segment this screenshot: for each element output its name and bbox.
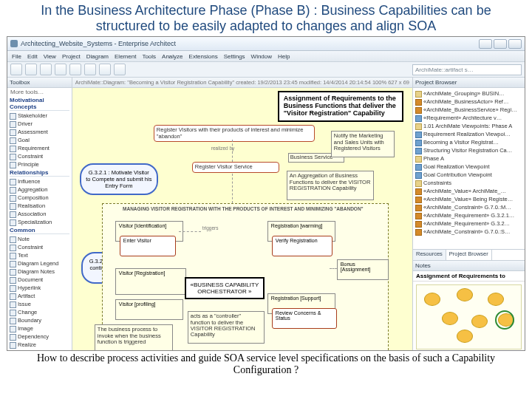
func-bonus[interactable]: Bonus [Assignment] (337, 259, 389, 280)
func-enter-visitor[interactable]: Enter Visitor (120, 236, 176, 256)
toolbox-item[interactable]: Constraint (7, 243, 72, 251)
toolbox-item[interactable]: Trace (7, 349, 72, 351)
toolbox-item[interactable]: Composition (7, 194, 72, 202)
tree-node[interactable]: «ArchiMate_Requirement» G.3.2… (413, 219, 525, 228)
register-service-box[interactable]: Register Visitor Service (192, 162, 279, 172)
toolbox-item[interactable]: Principle (7, 160, 72, 168)
tree-node[interactable]: «ArchiMate_Value» Being Registe… (413, 195, 525, 203)
tree-node[interactable]: «ArchiMate_Constraint» G.7.0.:M… (413, 203, 525, 211)
toolbox-item[interactable]: Issue (7, 300, 72, 308)
notes-pane: Assignment of Requirements to (413, 271, 525, 351)
toolbox-item[interactable]: Diagram Notes (7, 267, 72, 276)
search-input[interactable]: ArchiMate::artifact s… (412, 64, 522, 75)
toolbox-item[interactable]: Influence (7, 177, 72, 185)
maximize-button[interactable] (494, 39, 507, 49)
window-titlebar: Architecting_Website_Systems - Enterpris… (7, 37, 525, 51)
tab-resources[interactable]: Resources (413, 250, 446, 260)
toolbox-item[interactable]: Note (7, 235, 72, 243)
toolbar-button[interactable] (99, 64, 111, 75)
thumbnail-diagram[interactable] (416, 284, 522, 349)
menu-edit[interactable]: Edit (27, 53, 38, 60)
thumb-node (457, 330, 473, 343)
project-tree[interactable]: «ArchiMate_Grouping» BUSIN… «ArchiMate_B… (413, 88, 525, 249)
toolbox-cat-relationships[interactable]: Relationships (10, 169, 69, 177)
menu-extensions[interactable]: Extensions (189, 53, 218, 60)
toolbox-item[interactable]: Driver (7, 120, 72, 128)
tree-node[interactable]: Constraints (413, 179, 525, 187)
tree-node[interactable]: «ArchiMate_Requirement» G.3.2.1… (413, 211, 525, 219)
toolbox-item[interactable]: Stakeholder (7, 112, 72, 120)
toolbox-item[interactable]: Change (7, 308, 72, 316)
tree-node[interactable]: Structuring Visitor Registration Ca… (413, 146, 525, 154)
func-profiling[interactable]: Visitor [profiling] (115, 299, 183, 320)
notify-box[interactable]: Notify the Marketing and Sales Units wit… (331, 131, 395, 157)
tree-node[interactable]: Goal Contribution Viewpoint (413, 171, 525, 179)
func-review[interactable]: Review Concerns & Status (272, 308, 337, 329)
top-service-box[interactable]: Register Visitors with their products of… (154, 125, 315, 142)
menu-diagram[interactable]: Diagram (86, 53, 109, 60)
toolbox-item[interactable]: Text (7, 251, 72, 259)
tree-node[interactable]: Requirement Realization Viewpoi… (413, 130, 525, 138)
menu-settings[interactable]: Settings (224, 53, 245, 60)
toolbar-button[interactable] (114, 64, 126, 75)
browser-tabs[interactable]: Resources Project Browser (413, 249, 525, 261)
toolbar-button[interactable] (55, 64, 66, 75)
toolbox-item[interactable]: Artifact (7, 292, 72, 300)
toolbar-button[interactable] (40, 64, 52, 75)
menu-analyze[interactable]: Analyze (162, 53, 183, 60)
tree-node[interactable]: Goal Realization Viewpoint (413, 163, 525, 171)
trigger-note: The business process to invoke when the … (95, 324, 173, 351)
toolbar-button[interactable] (84, 64, 96, 75)
toolbox-more[interactable]: More tools… (7, 88, 72, 96)
toolbox-item[interactable]: Boundary (7, 316, 72, 324)
tree-node[interactable]: «ArchiMate_Constraint» G.7.0.:S… (413, 228, 525, 236)
toolbox-item[interactable]: Requirement (7, 144, 72, 152)
tree-node[interactable]: «ArchiMate_BusinessActor» Ref… (413, 98, 525, 106)
toolbox-cat-motivation[interactable]: Motivational Concepts (10, 97, 69, 111)
toolbar-button[interactable] (10, 64, 22, 75)
tree-node[interactable]: «ArchiMate_Grouping» BUSIN… (413, 89, 525, 98)
tree-node[interactable]: «ArchiMate_BusinessService» Regi… (413, 106, 525, 114)
grouping-title: MANAGING VISITOR REGISTRATION WITH THE P… (106, 206, 380, 211)
diagram-canvas[interactable]: Register Visitors with their products of… (72, 88, 412, 351)
menu-file[interactable]: File (12, 53, 21, 60)
menu-help[interactable]: Help (278, 53, 290, 60)
toolbox-item[interactable]: Image (7, 324, 72, 332)
realized-by-label: realized by (211, 146, 234, 151)
thumb-highlight-ring (495, 310, 514, 330)
toolbar: ArchiMate::artifact s… (7, 62, 525, 78)
toolbox-item[interactable]: Diagram Legend (7, 259, 72, 267)
toolbox-item[interactable]: Constraint (7, 152, 72, 160)
menubar[interactable]: File Edit View Project Diagram Element T… (7, 51, 525, 62)
toolbox-item[interactable]: Aggregation (7, 185, 72, 194)
tab-project-browser[interactable]: Project Browser (446, 250, 492, 260)
minimize-button[interactable] (479, 39, 492, 49)
toolbox-item[interactable]: Specialization (7, 218, 72, 226)
menu-window[interactable]: Window (251, 53, 272, 60)
toolbar-button[interactable] (25, 64, 37, 75)
menu-view[interactable]: View (44, 53, 56, 60)
tree-node[interactable]: 1.01 ArchiMate Viewpoints: Phase A (413, 122, 525, 130)
tree-node[interactable]: «ArchiMate_Value» ArchiMate_… (413, 187, 525, 195)
toolbox-item[interactable]: Hyperlink (7, 284, 72, 292)
toolbox-item[interactable]: Realize (7, 341, 72, 349)
func-registration[interactable]: Visitor [Registration] (115, 268, 186, 295)
toolbox-item[interactable]: Goal (7, 136, 72, 144)
tree-node[interactable]: «Requirement» Architecture v… (413, 114, 525, 122)
func-verify-registration[interactable]: Verify Registration (272, 236, 332, 256)
toolbox-cat-common[interactable]: Common (10, 227, 69, 234)
menu-element[interactable]: Element (115, 53, 136, 60)
menu-project[interactable]: Project (62, 53, 81, 60)
menu-tools[interactable]: Tools (142, 53, 156, 60)
toolbox-item[interactable]: Realisation (7, 202, 72, 210)
tree-node[interactable]: Becoming a Visitor Registrat… (413, 138, 525, 146)
toolbar-button[interactable] (69, 64, 81, 75)
toolbox-item[interactable]: Document (7, 276, 72, 284)
tree-node[interactable]: Phase A (413, 154, 525, 163)
toolbox-item[interactable]: Assessment (7, 128, 72, 136)
requirement-g321[interactable]: G.3.2.1 : Motivate Visitor to Compete an… (80, 163, 158, 195)
close-button[interactable] (508, 39, 522, 49)
toolbox-item[interactable]: Dependency (7, 332, 72, 341)
connector (179, 231, 201, 232)
toolbox-item[interactable]: Association (7, 210, 72, 218)
